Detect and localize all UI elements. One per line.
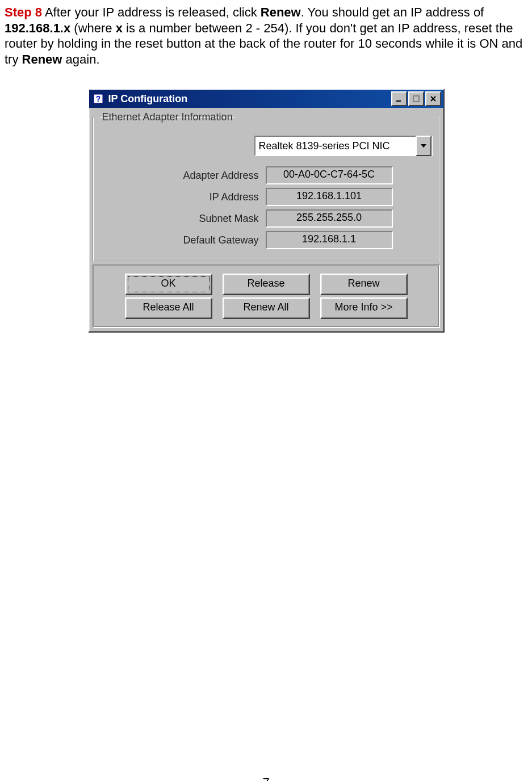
default-gateway-value: 192.168.1.1 xyxy=(266,231,393,249)
ip-address-value: 192.168.1.101 xyxy=(266,188,393,206)
instruction-paragraph: Step 8 After your IP address is released… xyxy=(5,5,527,67)
button-panel: OK Release Renew Release All Renew All M… xyxy=(93,264,440,328)
adapter-address-label: Adapter Address xyxy=(100,170,266,182)
adapter-dropdown[interactable]: Realtek 8139-series PCI NIC xyxy=(254,136,433,156)
renew-all-button[interactable]: Renew All xyxy=(223,297,310,319)
more-info-button[interactable]: More Info >> xyxy=(320,297,408,319)
default-gateway-label: Default Gateway xyxy=(100,234,266,246)
adapter-address-value: 00-A0-0C-C7-64-5C xyxy=(266,166,393,184)
maximize-button xyxy=(408,91,424,106)
groupbox-legend: Ethernet Adapter Information xyxy=(100,111,235,123)
app-icon: ? xyxy=(91,92,105,106)
svg-rect-3 xyxy=(413,96,419,102)
dropdown-arrow-icon[interactable] xyxy=(416,136,432,156)
instruction-text-1: After your IP address is released, click xyxy=(42,5,261,19)
svg-text:?: ? xyxy=(95,94,100,103)
dialog-title: IP Configuration xyxy=(108,93,391,105)
renew-button[interactable]: Renew xyxy=(320,274,408,295)
subnet-mask-value: 255.255.255.0 xyxy=(266,209,393,228)
release-button[interactable]: Release xyxy=(223,274,310,295)
instruction-text-5: again. xyxy=(62,52,99,66)
ip-pattern-bold: 192.168.1.x xyxy=(5,21,70,35)
subnet-mask-label: Subnet Mask xyxy=(100,213,266,225)
ip-address-label: IP Address xyxy=(100,191,266,203)
x-bold: x xyxy=(116,21,123,35)
close-button[interactable] xyxy=(425,91,441,106)
release-all-button[interactable]: Release All xyxy=(125,297,212,319)
renew-bold-2: Renew xyxy=(22,52,62,66)
svg-rect-2 xyxy=(396,100,401,102)
step-label: Step 8 xyxy=(5,5,42,19)
adapter-dropdown-value: Realtek 8139-series PCI NIC xyxy=(255,140,416,152)
adapter-info-groupbox: Ethernet Adapter Information Realtek 813… xyxy=(93,111,440,261)
ip-configuration-dialog: ? IP Configuration xyxy=(88,89,445,333)
titlebar[interactable]: ? IP Configuration xyxy=(89,90,443,108)
instruction-text-3: (where xyxy=(70,21,115,35)
instruction-text-2: . You should get an IP address of xyxy=(301,5,484,19)
renew-bold-1: Renew xyxy=(261,5,301,19)
ok-button[interactable]: OK xyxy=(125,274,212,295)
minimize-button[interactable] xyxy=(391,91,407,106)
page-number: 7 xyxy=(5,775,527,781)
